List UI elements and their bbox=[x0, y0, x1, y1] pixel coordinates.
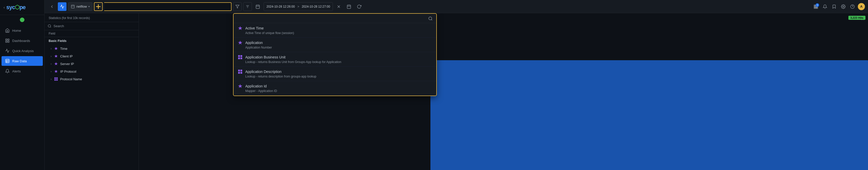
notifications-button[interactable] bbox=[821, 3, 829, 10]
svg-rect-34 bbox=[817, 7, 818, 8]
avatar[interactable]: A bbox=[858, 3, 865, 10]
sidebar-item-dashboards-label: Dashboards bbox=[12, 39, 30, 43]
sidebar: ‹ syc⬡pe Home Dashboards Quick Anal bbox=[0, 0, 44, 170]
apps-badge: 3 bbox=[815, 3, 819, 7]
funnel-button[interactable] bbox=[243, 2, 252, 11]
datasource-selector[interactable]: netflow ▾ bbox=[68, 2, 92, 11]
field-item-protocol-name[interactable]: › Protocol Name bbox=[44, 75, 138, 83]
expand-icon: › bbox=[51, 47, 52, 50]
help-button[interactable] bbox=[849, 3, 856, 10]
sidebar-item-dashboards[interactable]: Dashboards bbox=[2, 36, 43, 45]
refresh-button[interactable] bbox=[355, 2, 364, 11]
logo: ‹ syc⬡pe bbox=[0, 0, 44, 15]
field-type-icon-time bbox=[54, 46, 58, 51]
dropdown-item-app-description-desc: Lookup - returns description from groups… bbox=[238, 75, 432, 78]
dropdown-item-active-time[interactable]: Active Time Active Time of unique flow (… bbox=[234, 23, 436, 38]
datetime-start: 2024-10-28 12:26:00 bbox=[267, 5, 295, 8]
svg-rect-43 bbox=[56, 79, 58, 81]
view-toggle-button[interactable] bbox=[58, 2, 66, 11]
help-icon bbox=[850, 4, 855, 9]
hits-badge: 3,223 Hits bbox=[848, 16, 865, 20]
expand-icon: › bbox=[51, 55, 52, 58]
bookmark-icon bbox=[832, 4, 836, 9]
dashboards-icon bbox=[5, 38, 10, 43]
field-item-ip-protocol[interactable]: › IP Protocol bbox=[44, 68, 138, 75]
svg-rect-47 bbox=[241, 55, 242, 57]
sidebar-item-raw-data[interactable]: Raw Data bbox=[2, 56, 43, 66]
left-panel: Statistics (for first 10k records) Field… bbox=[44, 13, 139, 170]
expand-icon: › bbox=[51, 62, 52, 65]
svg-rect-50 bbox=[238, 70, 240, 72]
sidebar-item-home[interactable]: Home bbox=[2, 26, 43, 35]
svg-rect-0 bbox=[6, 39, 7, 40]
settings-button[interactable] bbox=[839, 3, 847, 10]
sidebar-nav: Home Dashboards Quick Analysis Raw Data bbox=[0, 23, 44, 79]
dropdown-item-active-time-name: Active Time bbox=[245, 26, 264, 30]
datetime-end: 2024-10-28 12:27:00 bbox=[302, 5, 330, 8]
filter-button[interactable] bbox=[233, 2, 242, 11]
expand-icon: › bbox=[51, 78, 52, 81]
dropdown-item-app-business-unit-icon bbox=[238, 55, 243, 60]
apps-button[interactable]: 3 bbox=[812, 3, 819, 10]
svg-rect-26 bbox=[814, 5, 815, 6]
svg-rect-16 bbox=[256, 5, 259, 9]
datetime-range[interactable]: 2024-10-28 12:26:00 > 2024-10-28 12:27:0… bbox=[264, 2, 333, 11]
sidebar-item-alerts[interactable]: Alerts bbox=[2, 66, 43, 76]
field-item-server-ip[interactable]: › Server IP bbox=[44, 60, 138, 68]
dropdown-item-app-description[interactable]: Application Description Lookup - returns… bbox=[234, 67, 436, 81]
plus-icon bbox=[94, 3, 102, 10]
svg-rect-52 bbox=[238, 72, 240, 74]
dropdown-item-application-name: Application bbox=[245, 41, 263, 45]
dropdown-search-row bbox=[234, 14, 436, 23]
raw-data-icon bbox=[5, 59, 10, 63]
svg-point-44 bbox=[429, 17, 432, 20]
field-type-icon-client-ip bbox=[54, 54, 58, 58]
field-search-input[interactable] bbox=[54, 24, 135, 28]
svg-rect-46 bbox=[238, 55, 240, 57]
chart-bar bbox=[430, 60, 868, 170]
dropdown-item-app-id-name: Application Id bbox=[245, 84, 267, 88]
field-search-box bbox=[44, 22, 138, 30]
svg-rect-33 bbox=[815, 7, 816, 8]
svg-rect-4 bbox=[6, 59, 9, 63]
field-item-time[interactable]: › Time bbox=[44, 45, 138, 52]
search-input[interactable] bbox=[104, 2, 231, 11]
add-field-button[interactable] bbox=[94, 2, 103, 11]
dropdown-item-application-header: Application bbox=[238, 40, 432, 45]
sidebar-item-quick-analysis[interactable]: Quick Analysis bbox=[2, 46, 43, 56]
svg-line-45 bbox=[431, 19, 432, 20]
back-icon bbox=[50, 4, 54, 9]
svg-point-35 bbox=[843, 6, 844, 7]
calendar-expand-icon bbox=[347, 4, 351, 9]
dropdown-item-active-time-header: Active Time bbox=[238, 26, 432, 31]
sidebar-collapse-icon[interactable]: ‹ bbox=[4, 5, 5, 9]
svg-rect-53 bbox=[241, 72, 242, 74]
svg-rect-1 bbox=[8, 39, 9, 40]
svg-rect-49 bbox=[241, 57, 242, 59]
field-type-icon-server-ip bbox=[54, 62, 58, 66]
calendar-view-button[interactable] bbox=[253, 2, 262, 11]
close-icon bbox=[337, 4, 341, 9]
back-button[interactable] bbox=[48, 2, 56, 11]
svg-rect-48 bbox=[238, 57, 240, 59]
field-name-protocol-name: Protocol Name bbox=[60, 77, 82, 81]
datasource-name: netflow bbox=[76, 5, 87, 8]
svg-point-38 bbox=[48, 25, 51, 27]
dropdown-item-active-time-icon bbox=[238, 26, 243, 31]
dropdown-item-app-id[interactable]: Application Id Mapper - Application ID bbox=[234, 81, 436, 95]
svg-line-39 bbox=[50, 27, 51, 28]
field-name-ip-protocol: IP Protocol bbox=[60, 70, 76, 74]
bookmark-button[interactable] bbox=[830, 3, 838, 10]
field-name-server-ip: Server IP bbox=[60, 62, 74, 66]
dropdown-item-app-business-unit[interactable]: Application Business Unit Lookup - retur… bbox=[234, 52, 436, 67]
calendar-icon bbox=[255, 4, 260, 9]
svg-rect-29 bbox=[814, 6, 815, 7]
dropdown-item-application[interactable]: Application Application Number bbox=[234, 38, 436, 52]
datasource-icon bbox=[71, 5, 75, 9]
field-item-client-ip[interactable]: › Client IP bbox=[44, 52, 138, 60]
quick-analysis-icon bbox=[5, 48, 10, 53]
close-datetime-button[interactable] bbox=[334, 2, 343, 11]
field-name-client-ip: Client IP bbox=[60, 54, 72, 58]
calendar-expand-button[interactable] bbox=[345, 2, 353, 11]
field-list: › Time › Client IP › bbox=[44, 45, 138, 83]
